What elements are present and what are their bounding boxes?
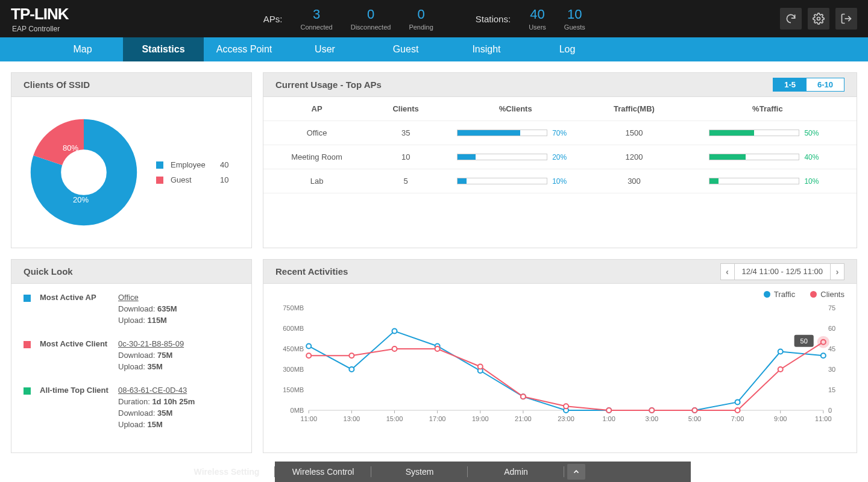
svg-point-53 xyxy=(778,349,783,354)
svg-text:300MB: 300MB xyxy=(283,366,304,373)
quick-look-link[interactable]: 0c-30-21-B8-85-09 xyxy=(118,339,184,348)
table-row: Lab5 10% 300 10% xyxy=(263,169,857,193)
svg-text:1:00: 1:00 xyxy=(602,415,615,422)
quick-look-title: Quick Look xyxy=(11,260,251,284)
svg-text:11:00: 11:00 xyxy=(815,415,832,422)
settings-button[interactable] xyxy=(808,8,829,30)
legend-employee: Employee40 xyxy=(156,160,228,169)
refresh-button[interactable] xyxy=(780,8,802,30)
brand-name: TP-LINK xyxy=(11,5,69,23)
top-header: TP-LINK EAP Controller APs: 3Connected 0… xyxy=(0,0,868,37)
stations-guests: 10Guests xyxy=(564,7,585,31)
nav-log[interactable]: Log xyxy=(527,37,608,61)
top-aps-title: Current Usage - Top APs xyxy=(275,80,382,90)
chevron-up-icon xyxy=(572,468,580,476)
ssid-donut-chart: 80% 20% xyxy=(30,118,138,227)
clients-ssid-panel: Clients Of SSID 80% 20% Employee40 Guest… xyxy=(11,72,252,248)
tab-wireless-setting[interactable]: Wireless Setting xyxy=(178,462,275,482)
seg-6-10[interactable]: 6-10 xyxy=(807,78,844,91)
recent-line-chart: 0MB150MB300MB450MB600MB750MB015304560751… xyxy=(275,302,844,425)
svg-text:17:00: 17:00 xyxy=(429,415,446,422)
nav-statistics[interactable]: Statistics xyxy=(123,37,204,61)
aps-connected: 3Connected xyxy=(301,7,333,31)
legend-guest: Guest10 xyxy=(156,175,228,184)
table-row: Meeting Room10 20% 1200 40% xyxy=(263,145,857,169)
svg-point-59 xyxy=(478,364,483,369)
nav-map[interactable]: Map xyxy=(42,37,123,61)
tab-wireless-control[interactable]: Wireless Control xyxy=(275,462,371,482)
svg-text:45: 45 xyxy=(828,345,835,352)
svg-text:21:00: 21:00 xyxy=(515,415,532,422)
brand-subtitle: EAP Controller xyxy=(12,25,69,33)
svg-text:450MB: 450MB xyxy=(283,345,304,352)
svg-text:19:00: 19:00 xyxy=(472,415,489,422)
svg-point-52 xyxy=(735,399,740,404)
svg-text:3:00: 3:00 xyxy=(646,415,658,422)
svg-text:15:00: 15:00 xyxy=(386,415,403,422)
aps-label: APs: xyxy=(263,14,283,24)
tab-system[interactable]: System xyxy=(371,462,468,482)
svg-point-54 xyxy=(821,353,826,358)
logout-icon xyxy=(840,13,852,25)
quick-look-panel: Quick Look Most Active AP OfficeDownload… xyxy=(11,259,252,453)
svg-point-43 xyxy=(349,367,354,372)
svg-text:9:00: 9:00 xyxy=(774,415,787,422)
nav-user[interactable]: User xyxy=(285,37,365,61)
recent-legend: Traffic Clients xyxy=(275,290,844,299)
top-aps-pager: 1-5 6-10 xyxy=(773,78,844,92)
svg-point-62 xyxy=(606,408,611,413)
svg-point-68 xyxy=(817,336,829,348)
top-aps-table: AP Clients %Clients Traffic(MB) %Traffic… xyxy=(263,97,857,193)
quick-look-link[interactable]: 08-63-61-CE-0D-43 xyxy=(118,386,195,395)
nav-guest[interactable]: Guest xyxy=(365,37,446,61)
quick-look-item: Most Active AP OfficeDownload: 635MUploa… xyxy=(24,293,239,327)
brand-block: TP-LINK EAP Controller xyxy=(11,5,69,33)
donut-pct-20: 20% xyxy=(73,195,89,204)
gear-icon xyxy=(813,13,825,25)
svg-text:11:00: 11:00 xyxy=(300,415,317,422)
svg-point-44 xyxy=(392,329,397,334)
svg-text:7:00: 7:00 xyxy=(731,415,744,422)
svg-point-60 xyxy=(521,394,526,399)
svg-text:750MB: 750MB xyxy=(283,304,304,311)
top-aps-panel: Current Usage - Top APs 1-5 6-10 AP Clie… xyxy=(263,72,857,248)
svg-point-63 xyxy=(649,408,654,413)
svg-point-42 xyxy=(306,343,311,348)
recent-range-pager: ‹ 12/4 11:00 - 12/5 11:00 › xyxy=(720,263,844,280)
aps-disconnected: 0Disconnected xyxy=(351,7,391,31)
tab-admin[interactable]: Admin xyxy=(468,462,564,482)
svg-point-64 xyxy=(692,408,697,413)
nav-access-point[interactable]: Access Point xyxy=(204,37,285,61)
svg-point-56 xyxy=(349,353,354,358)
stations-label: Stations: xyxy=(476,14,511,24)
recent-title: Recent Activities xyxy=(275,266,348,277)
quick-look-link[interactable]: Office xyxy=(118,293,177,302)
svg-text:23:00: 23:00 xyxy=(558,415,574,422)
range-prev-button[interactable]: ‹ xyxy=(720,263,735,280)
main-nav: Map Statistics Access Point User Guest I… xyxy=(0,37,868,61)
refresh-icon xyxy=(785,13,797,25)
nav-insight[interactable]: Insight xyxy=(446,37,527,61)
svg-point-57 xyxy=(392,346,397,351)
clients-ssid-title: Clients Of SSID xyxy=(11,73,251,97)
svg-text:50: 50 xyxy=(800,337,808,345)
expand-button[interactable] xyxy=(567,464,585,480)
svg-text:30: 30 xyxy=(828,366,835,373)
legend-clients: Clients xyxy=(810,290,844,299)
svg-text:0MB: 0MB xyxy=(290,407,304,414)
quick-look-item: All-time Top Client 08-63-61-CE-0D-43Dur… xyxy=(24,386,239,431)
range-next-button[interactable]: › xyxy=(830,263,844,280)
range-label: 12/4 11:00 - 12/5 11:00 xyxy=(735,263,830,280)
svg-text:0: 0 xyxy=(828,407,832,414)
svg-text:5:00: 5:00 xyxy=(688,415,701,422)
header-actions xyxy=(780,8,857,30)
aps-pending: 0Pending xyxy=(409,7,433,31)
table-row: Office35 70% 1500 50% xyxy=(263,121,857,145)
svg-point-0 xyxy=(817,17,820,20)
svg-text:150MB: 150MB xyxy=(283,386,304,393)
seg-1-5[interactable]: 1-5 xyxy=(773,78,807,91)
bottom-tabs: Wireless Setting Wireless Control System… xyxy=(178,462,691,482)
logout-button[interactable] xyxy=(835,8,857,30)
svg-text:60: 60 xyxy=(828,325,835,332)
svg-text:75: 75 xyxy=(828,304,835,311)
